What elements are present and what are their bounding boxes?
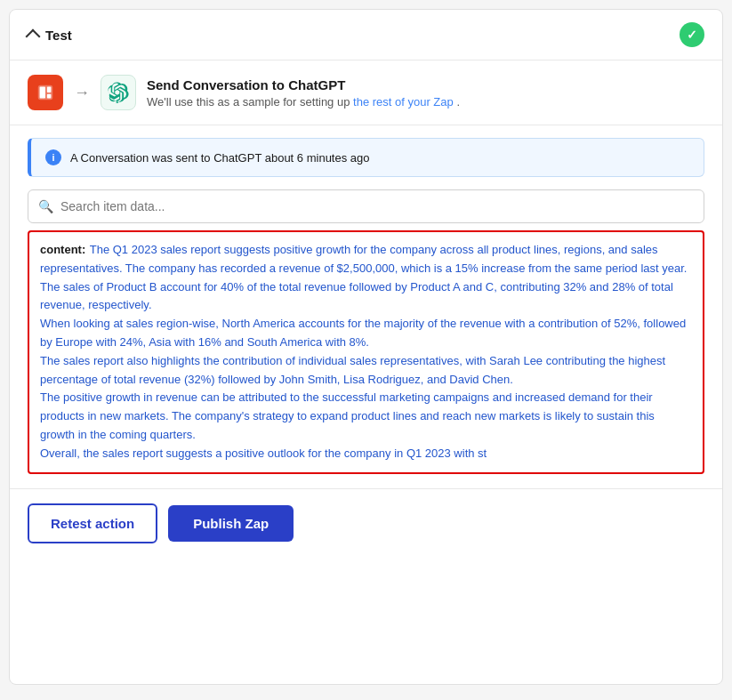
test-title-row: Test: [28, 28, 72, 43]
content-data-box: content: The Q1 2023 sales report sugges…: [28, 230, 704, 474]
publish-zap-button[interactable]: Publish Zap: [168, 505, 294, 542]
retest-button[interactable]: Retest action: [28, 503, 157, 543]
step-header: → Send Conversation to ChatGPT We'll use…: [10, 60, 722, 125]
footer-buttons: Retest action Publish Zap: [10, 488, 722, 558]
content-label: content:: [40, 243, 85, 256]
chatgpt-app-icon: [101, 75, 136, 110]
content-text: The Q1 2023 sales report suggests positi…: [40, 243, 687, 460]
subtitle-prefix: We'll use this as a sample for setting u…: [147, 95, 350, 109]
subtitle-link[interactable]: the rest of your Zap: [353, 95, 454, 109]
svg-rect-1: [40, 87, 45, 99]
search-input[interactable]: [28, 189, 704, 223]
chatgpt-svg: [108, 82, 129, 103]
info-banner: i A Conversation was sent to ChatGPT abo…: [28, 138, 704, 177]
search-container: 🔍: [28, 189, 704, 223]
svg-rect-2: [47, 87, 52, 93]
svg-rect-3: [47, 94, 52, 99]
arrow-right-icon: →: [74, 84, 90, 102]
source-app-svg: [36, 83, 55, 102]
info-icon: i: [45, 149, 61, 165]
search-icon: 🔍: [38, 199, 53, 213]
test-section-title: Test: [45, 28, 72, 43]
main-card: Test ✓ → Send Conversation to ChatGPT We…: [9, 9, 723, 685]
step-title: Send Conversation to ChatGPT: [147, 77, 460, 93]
success-indicator: ✓: [680, 22, 704, 47]
step-subtitle: We'll use this as a sample for setting u…: [147, 95, 460, 109]
info-banner-text: A Conversation was sent to ChatGPT about…: [70, 151, 370, 165]
test-header: Test ✓: [10, 10, 722, 60]
subtitle-suffix: .: [456, 95, 460, 109]
step-info: Send Conversation to ChatGPT We'll use t…: [147, 77, 460, 109]
checkmark-icon: ✓: [687, 28, 697, 42]
collapse-icon[interactable]: [26, 28, 41, 44]
source-app-icon: [28, 75, 63, 110]
